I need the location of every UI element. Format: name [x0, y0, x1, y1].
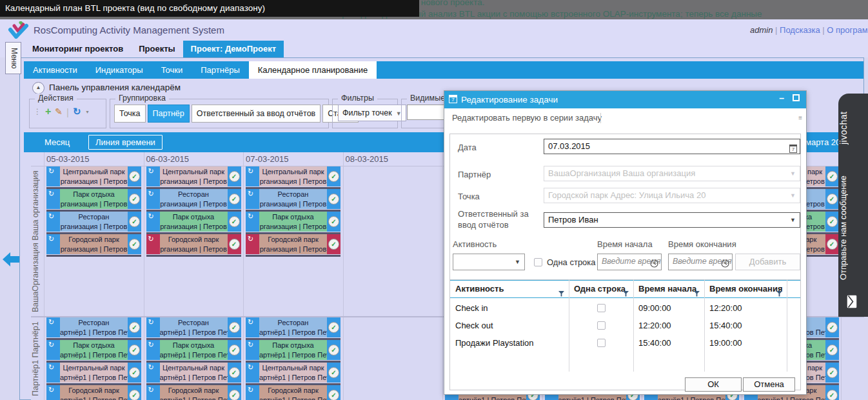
- calendar-event[interactable]: ↻Ресторанрганизация | Петров✓: [246, 189, 340, 209]
- grid-cell-activity: Check out: [450, 317, 574, 334]
- calendar-event[interactable]: ↻Городской паркартнёр1 | Петров Пет✓: [146, 385, 241, 400]
- grid-column-header[interactable]: Активность: [450, 281, 569, 297]
- calendar-event[interactable]: ↻Центральный паркрганизация | Петров✓: [46, 166, 141, 186]
- menu-overflow-icon[interactable]: ≡: [798, 108, 802, 128]
- help-link[interactable]: Подсказка: [780, 25, 820, 35]
- event-place: Центральный парк: [60, 363, 128, 373]
- calendar-event[interactable]: ↻Парк отдыхарганизация | Петров✓: [246, 212, 340, 232]
- calendar-event[interactable]: ↻Парк отдыхарганизация | Петров✓: [146, 212, 241, 232]
- grouping-button[interactable]: Ответственный за ввод отчётов: [192, 105, 321, 123]
- grid-column-header[interactable]: Время начала: [633, 281, 704, 297]
- maximize-icon[interactable]: [793, 94, 800, 101]
- calendar-event[interactable]: ↻Центральный паркартнёр1 | Петров Пет✓: [246, 363, 340, 383]
- event-body: Ресторанрганизация | Петров: [160, 189, 228, 209]
- calendar-event[interactable]: ↻Городской паркрганизация | Петров✓: [46, 234, 141, 254]
- responsible-dropdown[interactable]: Петров Иван▼: [544, 212, 800, 228]
- jivochat-tab[interactable]: jivochat Отправьте нам сообщение: [838, 94, 868, 317]
- recurrence-icon: ↻: [248, 341, 253, 349]
- main-tab[interactable]: Проекты: [131, 41, 182, 57]
- activity-dropdown[interactable]: ▼: [453, 254, 525, 270]
- event-subtitle: артнёр1 | Петров Пет: [60, 328, 128, 337]
- menu-vertical-tab[interactable]: Меню: [5, 42, 21, 74]
- calendar-event[interactable]: ↻Ресторанартнёр1 | Петров Пет✓: [146, 317, 241, 337]
- add-button[interactable]: Добавить: [735, 254, 800, 270]
- one-line-checkbox[interactable]: [597, 339, 606, 347]
- calendar-event[interactable]: ↻Центральный паркартнёр1 | Петров Пет✓: [46, 363, 141, 383]
- grid-row[interactable]: Продажи Playstation15:40:0019:00:00: [450, 334, 800, 352]
- calendar-event[interactable]: ↻Ресторанрганизация | Петров✓: [146, 189, 241, 209]
- recurrence-icon: ↻: [248, 167, 253, 175]
- status-check-icon: ✓: [328, 367, 339, 378]
- calendar-event[interactable]: ↻Городской паркрганизация | Петров✓: [246, 234, 340, 254]
- start-time-input[interactable]: Введите время: [597, 254, 662, 270]
- recurrence-icon: ↻: [148, 190, 154, 198]
- point-filter-dropdown[interactable]: Фильтр точек▼: [338, 105, 406, 121]
- status-check-icon: ✓: [827, 322, 838, 333]
- status-check-icon: ✓: [229, 194, 240, 205]
- grid-column-header[interactable]: Одна строка: [569, 281, 633, 297]
- collapse-left-arrow-icon[interactable]: [2, 251, 19, 268]
- month-view-button[interactable]: Месяц: [44, 132, 70, 152]
- event-subtitle: рганизация | Петров: [160, 222, 228, 232]
- main-tab[interactable]: Проект: ДемоПроект: [183, 41, 284, 57]
- refresh-icon[interactable]: ↻: [73, 106, 81, 117]
- calendar-event[interactable]: ↻Городской паркрганизация | Петров✓: [146, 234, 241, 254]
- clock-icon[interactable]: [650, 258, 658, 270]
- calendar-event[interactable]: ↻Центральный паркрганизация | Петров✓: [246, 166, 340, 186]
- event-subtitle: рганизация | Петров: [259, 177, 327, 186]
- event-left-cap: ↻: [46, 166, 60, 186]
- one-line-checkbox[interactable]: [597, 304, 606, 312]
- calendar-event[interactable]: ↻Парк отдыхаартнёр1 | Петров Пет✓: [246, 340, 340, 360]
- start-time-label: Время начала: [597, 239, 653, 249]
- one-line-checkbox[interactable]: [597, 321, 606, 330]
- dialog-title-bar[interactable]: 7 Редактирование задачи –: [444, 91, 806, 108]
- calendar-event[interactable]: ↻Парк отдыхаартнёр1 | Петров Пет✓: [46, 340, 141, 360]
- sub-tab[interactable]: Активности: [24, 61, 86, 79]
- ok-button[interactable]: ОК: [685, 377, 742, 392]
- about-link[interactable]: О программе: [827, 25, 867, 35]
- calendar-event[interactable]: ↻Центральный паркартнёр1 | Петров Пет✓: [146, 363, 241, 383]
- edit-pencil-icon[interactable]: ✎: [55, 106, 63, 117]
- date-input[interactable]: 07.03.2015 7: [544, 139, 800, 154]
- grid-column-header[interactable]: Время окончания: [704, 281, 787, 297]
- calendar-event[interactable]: ↻Центральный паркрганизация | Петров✓: [146, 166, 241, 186]
- clock-icon[interactable]: [721, 258, 729, 270]
- calendar-icon[interactable]: 7: [789, 141, 797, 154]
- calendar-event[interactable]: ↻Городской паркартнёр1 | Петров Пет✓: [46, 385, 141, 400]
- sub-tab[interactable]: Индикаторы: [86, 61, 152, 79]
- calendar-event[interactable]: ↻Городской паркартнёр1 | Петров Пет✓: [246, 385, 340, 400]
- event-left-cap: ↻: [246, 166, 259, 186]
- grouping-button[interactable]: Партнёр: [148, 105, 190, 123]
- activities-grid: АктивностьОдна строкаВремя началаВремя о…: [450, 279, 800, 372]
- event-place: Центральный парк: [259, 363, 327, 373]
- event-right-cap: ✓: [228, 234, 241, 254]
- overflow-chevron-icon[interactable]: ▾: [86, 109, 89, 115]
- calendar-event[interactable]: ↻Ресторанрганизация | Петров✓: [46, 212, 141, 232]
- cancel-button[interactable]: Отмена: [743, 377, 795, 392]
- event-place: Городской парк: [160, 386, 228, 395]
- sub-tab[interactable]: Партнёры: [192, 61, 248, 79]
- edit-first-in-series-menu-item[interactable]: Редактировать первую в серии задачу: [452, 108, 602, 128]
- event-place: Городской парк: [60, 386, 128, 395]
- grid-row[interactable]: Check in09:00:0012:20:00: [450, 299, 800, 317]
- one-line-checkbox[interactable]: [534, 258, 542, 266]
- sub-tab[interactable]: Календарное планирование: [249, 61, 377, 79]
- sub-tab[interactable]: Точки: [152, 61, 192, 79]
- calendar-event[interactable]: ↻Парк отдыхарганизация | Петров✓: [46, 189, 141, 209]
- grouping-button[interactable]: Точка: [114, 105, 146, 123]
- event-body: Центральный паркрганизация | Петров: [160, 166, 228, 186]
- calendar-event[interactable]: ↻Парк отдыхаартнёр1 | Петров Пет✓: [146, 340, 241, 360]
- event-body: Центральный паркартнёр1 | Петров Пет: [60, 363, 128, 383]
- event-right-cap: ✓: [128, 363, 141, 383]
- add-icon[interactable]: +: [45, 106, 51, 117]
- timeline-view-button[interactable]: Линия времени: [88, 135, 163, 150]
- grid-row[interactable]: Check out12:20:0015:40:00: [450, 317, 800, 334]
- minimize-icon[interactable]: –: [779, 93, 784, 103]
- collapse-panel-button[interactable]: ▲: [32, 82, 44, 94]
- end-time-input[interactable]: Введите время: [668, 254, 733, 270]
- filters-groupbox-label: Фильтры: [338, 94, 377, 103]
- calendar-event[interactable]: ↻Ресторанартнёр1 | Петров Пет✓: [46, 317, 141, 337]
- calendar-event[interactable]: ↻Ресторанартнёр1 | Петров Пет✓: [246, 317, 340, 337]
- event-body: Городской паркартнёр1 | Петров Пет: [60, 385, 128, 400]
- main-tab[interactable]: Мониторинг проектов: [25, 41, 131, 57]
